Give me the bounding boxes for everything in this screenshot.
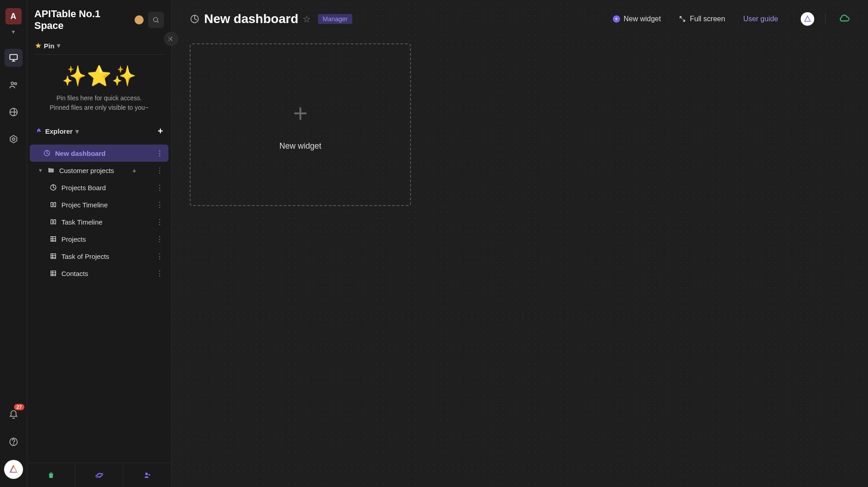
timeline-icon <box>50 201 57 208</box>
svg-rect-14 <box>54 220 56 224</box>
nav-settings-icon[interactable] <box>5 130 23 148</box>
fullscreen-button[interactable]: Full screen <box>679 15 725 23</box>
svg-point-16 <box>95 473 103 478</box>
workspace-switch-chevron-icon[interactable]: ▾ <box>12 28 15 35</box>
app-rail: A ▾ 27 <box>0 0 27 487</box>
page-title[interactable]: New dashboard <box>204 12 298 26</box>
tree-item-label: Projec Timeline <box>61 201 108 209</box>
svg-rect-0 <box>9 55 17 60</box>
more-icon[interactable]: ⋮ <box>156 252 163 260</box>
tree-item[interactable]: Projec Timeline ⋮ <box>30 196 168 213</box>
tree-item[interactable]: Task of Projects ⋮ <box>30 248 168 265</box>
explorer-label: Explorer <box>45 127 73 135</box>
trash-button[interactable] <box>27 463 75 487</box>
search-button[interactable] <box>148 12 164 28</box>
new-widget-button[interactable]: + New widget <box>613 15 661 23</box>
tree-item-label: Contacts <box>61 270 88 277</box>
action-label: Full screen <box>690 15 725 23</box>
chevron-down-icon: ▼ <box>38 168 43 173</box>
pin-empty-line1: Pin files here for quick access. <box>36 94 162 103</box>
role-tag: Manager <box>318 14 352 24</box>
chevron-down-icon: ▾ <box>57 42 61 50</box>
more-icon[interactable]: ⋮ <box>156 183 163 192</box>
workspace-plan-badge-icon <box>135 15 144 24</box>
svg-point-17 <box>145 473 148 475</box>
svg-rect-13 <box>51 220 53 224</box>
dashboard-icon <box>50 184 57 191</box>
tree-item-label: Task of Projects <box>61 253 109 260</box>
dashboard-icon <box>190 14 200 24</box>
app-logo-icon[interactable] <box>4 460 23 479</box>
tree-item[interactable]: Projects Board ⋮ <box>30 179 168 196</box>
main-area: New dashboard ☆ Manager + New widget Ful… <box>172 0 868 487</box>
invite-button[interactable] <box>123 463 171 487</box>
cloud-sync-icon[interactable] <box>838 13 850 25</box>
divider <box>825 14 826 24</box>
tree-item-new-dashboard[interactable]: New dashboard ⋮ <box>30 145 168 162</box>
rocket-icon <box>35 128 42 135</box>
chevron-down-icon: ▾ <box>75 127 79 136</box>
user-avatar[interactable] <box>801 12 814 26</box>
planet-button[interactable] <box>75 463 124 487</box>
grid-icon <box>50 270 57 277</box>
workspace-avatar[interactable]: A <box>5 8 22 24</box>
pin-section-header[interactable]: ★ Pin ▾ <box>27 37 171 54</box>
more-icon[interactable]: ⋮ <box>156 149 163 157</box>
nav-contacts-icon[interactable] <box>5 76 23 94</box>
tree-item-label: New dashboard <box>55 150 106 157</box>
svg-rect-12 <box>54 202 56 206</box>
grid-icon <box>50 235 57 243</box>
notification-badge: 27 <box>14 404 24 410</box>
svg-point-1 <box>11 82 14 85</box>
pin-label: Pin <box>44 42 54 50</box>
tree-folder-customer-projects[interactable]: ▼ Customer projects + ⋮ <box>30 162 168 179</box>
collapse-sidebar-button[interactable] <box>164 32 178 46</box>
tree-item-label: Projects <box>61 235 86 243</box>
folder-icon <box>47 167 55 174</box>
add-child-button[interactable]: + <box>132 167 136 174</box>
sidebar-footer <box>27 463 171 487</box>
add-node-button[interactable]: + <box>158 126 163 136</box>
user-guide-link[interactable]: User guide <box>743 15 778 23</box>
more-icon[interactable]: ⋮ <box>156 201 163 209</box>
svg-point-2 <box>14 83 17 85</box>
dashboard-icon <box>43 150 51 157</box>
tree-item[interactable]: Task Timeline ⋮ <box>30 213 168 230</box>
workspace-title: APITable No.1 Space <box>34 8 130 32</box>
expand-icon <box>679 15 686 23</box>
tree-item-label: Projects Board <box>61 184 106 192</box>
dashboard-canvas: + New widget <box>172 34 868 487</box>
explorer-section-header[interactable]: Explorer ▾ + <box>27 122 171 141</box>
more-icon[interactable]: ⋮ <box>156 218 163 226</box>
plus-icon: + <box>293 98 308 128</box>
tree-item[interactable]: Contacts ⋮ <box>30 265 168 282</box>
svg-marker-4 <box>10 136 17 143</box>
timeline-icon <box>50 218 57 225</box>
main-header: New dashboard ☆ Manager + New widget Ful… <box>172 0 868 34</box>
svg-point-8 <box>154 18 158 22</box>
tree-item-label: Customer projects <box>59 167 114 174</box>
more-icon[interactable]: ⋮ <box>156 235 163 243</box>
help-icon[interactable] <box>5 433 23 451</box>
tree-item-label: Task Timeline <box>61 218 103 226</box>
notifications-button[interactable]: 27 <box>5 406 23 424</box>
action-label: User guide <box>743 15 778 23</box>
sidebar: APITable No.1 Space ★ Pin ▾ ✨⭐✨ Pin file… <box>27 0 172 487</box>
action-label: New widget <box>624 15 661 23</box>
star-sparkle-icon: ✨⭐✨ <box>36 61 162 91</box>
more-icon[interactable]: ⋮ <box>156 269 163 277</box>
pin-empty-state: ✨⭐✨ Pin files here for quick access. Pin… <box>27 55 171 122</box>
grid-icon <box>50 253 57 260</box>
plus-icon: + <box>613 15 620 23</box>
svg-rect-11 <box>51 202 53 206</box>
more-icon[interactable]: ⋮ <box>156 166 163 174</box>
tree-item[interactable]: Projects ⋮ <box>30 230 168 248</box>
star-icon: ★ <box>35 42 41 50</box>
svg-point-7 <box>13 444 14 444</box>
pin-empty-line2: Pinned files are only visible to you~ <box>36 103 162 112</box>
nav-workbench-icon[interactable] <box>5 49 23 67</box>
svg-point-5 <box>12 138 15 140</box>
nav-templates-icon[interactable] <box>5 103 23 121</box>
favorite-star-icon[interactable]: ☆ <box>303 14 311 24</box>
add-widget-placeholder[interactable]: + New widget <box>190 43 411 206</box>
